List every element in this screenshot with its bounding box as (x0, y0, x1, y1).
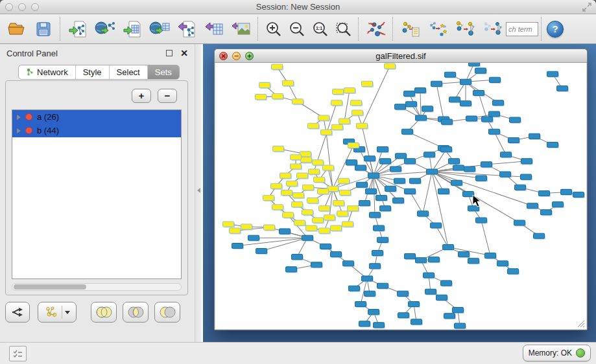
app-window: Session: New Session (0, 0, 596, 364)
split-sets-button[interactable] (5, 302, 30, 323)
mouse-cursor-icon (472, 194, 481, 207)
float-panel-button[interactable] (166, 50, 173, 56)
memory-status-button[interactable]: Memory: OK (523, 345, 591, 361)
import-network-web-button[interactable] (91, 16, 119, 42)
expand-arrow-icon[interactable] (17, 115, 21, 120)
control-panel-title: Control Panel (6, 49, 166, 58)
export-table-icon (204, 20, 224, 38)
set-row-a[interactable]: a (26) (12, 110, 181, 124)
tab-select[interactable]: Select (109, 65, 147, 79)
intersect-sets-button[interactable] (123, 302, 149, 323)
export-image-icon (232, 20, 251, 38)
resize-grip-icon[interactable] (577, 319, 585, 328)
import-table-web-button[interactable] (146, 16, 173, 42)
control-panel-tabs: Network Style Select Sets (18, 65, 180, 80)
help-button[interactable]: ? (547, 21, 564, 38)
save-session-button[interactable] (30, 16, 57, 42)
tab-sets-label: Sets (155, 67, 172, 77)
apply-layout-button[interactable] (363, 16, 390, 42)
zoom-out-button[interactable] (285, 16, 309, 42)
network-frame[interactable]: galFiltered.sif (214, 49, 588, 330)
sets-list: a (26) b (44) (12, 109, 182, 279)
tab-network-label: Network (37, 67, 68, 77)
export-image-button[interactable] (228, 16, 255, 42)
main-area: Control Panel ✕ Network Style Select Set… (0, 44, 596, 342)
import-table-file-button[interactable] (119, 16, 146, 42)
svg-text:1:1: 1:1 (316, 26, 322, 30)
import-network-file-button[interactable] (64, 16, 91, 42)
group-tools-icon (428, 20, 447, 38)
control-panel: Control Panel ✕ Network Style Select Set… (0, 44, 195, 342)
network-tab-icon (26, 68, 34, 76)
merge-networks-button[interactable] (451, 16, 479, 42)
zoom-selected-button[interactable] (332, 16, 355, 42)
add-set-button[interactable]: + (132, 89, 151, 103)
network-canvas[interactable] (215, 63, 586, 329)
close-window-button[interactable] (5, 3, 13, 11)
export-network-button[interactable] (173, 16, 200, 42)
status-bar: Memory: OK (0, 342, 596, 364)
network-frame-titlebar[interactable]: galFiltered.sif (215, 49, 587, 63)
button-separator (62, 306, 62, 319)
fullscreen-icon[interactable] (582, 2, 592, 12)
dropdown-caret-icon[interactable] (65, 311, 70, 314)
collapse-panel-arrow-icon[interactable] (197, 188, 200, 193)
frame-minimize-button[interactable] (232, 52, 241, 60)
export-network-icon (177, 20, 197, 38)
toolbar-separator (392, 17, 394, 41)
scrollbar-thumb[interactable] (14, 284, 86, 290)
frame-close-button[interactable] (219, 52, 228, 60)
create-set-from-network-button[interactable] (38, 302, 77, 323)
memory-status-label: Memory: OK (529, 348, 572, 358)
network-frame-title: galFiltered.sif (375, 51, 425, 61)
venn-difference-icon (158, 305, 177, 319)
yellow-network-icon (45, 306, 59, 319)
title-bar: Session: New Session (0, 0, 596, 14)
import-table-file-icon (123, 20, 142, 38)
memory-ok-indicator (576, 348, 585, 358)
import-network-file-icon (68, 20, 88, 38)
zoom-selected-icon (335, 21, 352, 38)
network-report-icon (401, 20, 420, 38)
union-sets-button[interactable] (91, 302, 117, 323)
zoom-fit-button[interactable]: 1:1 (309, 16, 332, 42)
save-floppy-icon (35, 21, 52, 38)
sets-group-box: + − a (26) b (44) (5, 80, 188, 295)
zoom-window-button[interactable] (31, 3, 39, 11)
zoom-in-button[interactable] (262, 16, 285, 42)
checklist-icon (13, 349, 23, 358)
import-network-web-icon (95, 20, 115, 38)
sets-toolbar (5, 301, 188, 324)
search-input[interactable] (506, 22, 538, 36)
task-history-button[interactable] (9, 346, 27, 361)
export-table-button[interactable] (200, 16, 228, 42)
tab-style[interactable]: Style (75, 65, 109, 79)
import-table-web-icon (149, 20, 170, 38)
open-file-button[interactable] (3, 16, 30, 42)
network-report-button[interactable] (397, 16, 424, 42)
apply-layout-icon (366, 20, 386, 38)
network-desktop: galFiltered.sif (203, 44, 596, 342)
window-title: Session: New Session (0, 2, 596, 12)
split-arrows-icon (10, 305, 25, 319)
panel-splitter[interactable] (195, 44, 203, 342)
set-row-b[interactable]: b (44) (12, 124, 181, 137)
horizontal-scrollbar[interactable] (12, 283, 182, 291)
tab-style-label: Style (83, 67, 102, 77)
network-graph[interactable] (215, 63, 586, 329)
minimize-window-button[interactable] (18, 3, 26, 11)
frame-maximize-button[interactable] (245, 52, 254, 60)
toolbar-separator (60, 17, 62, 41)
group-tools-button[interactable] (424, 16, 451, 42)
set-color-dot (25, 127, 32, 134)
tab-sets[interactable]: Sets (147, 65, 179, 79)
diff-networks-button[interactable] (479, 16, 506, 42)
remove-set-button[interactable]: − (158, 89, 177, 103)
close-panel-button[interactable]: ✕ (180, 50, 188, 56)
toolbar-separator (541, 17, 543, 41)
difference-sets-button[interactable] (154, 302, 180, 323)
expand-arrow-icon[interactable] (17, 128, 21, 133)
tab-network[interactable]: Network (19, 65, 75, 79)
zoom-in-icon (265, 21, 282, 38)
merge-networks-icon (455, 20, 475, 38)
